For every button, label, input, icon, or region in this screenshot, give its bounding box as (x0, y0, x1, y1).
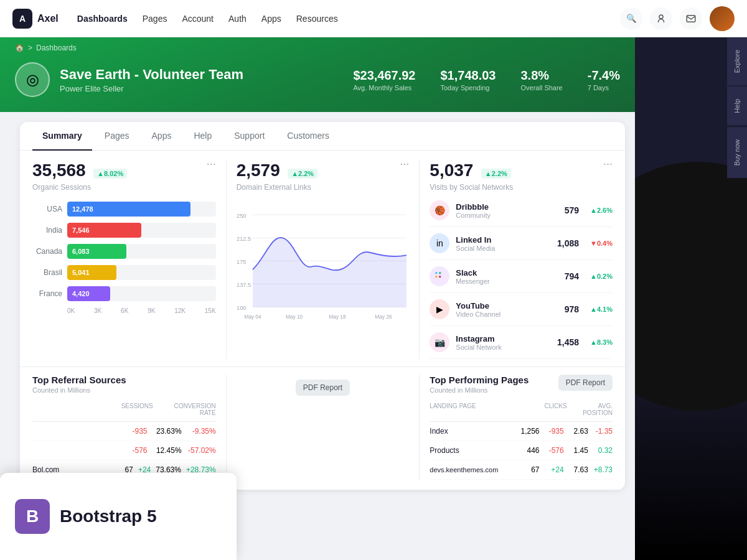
explore-btn[interactable]: Explore (727, 37, 747, 85)
hero-stats: $23,467.92 Avg. Monthly Sales $1,748.03 … (353, 68, 620, 91)
organic-sessions-section: 35,568 ▲8.02% Organic Sessions ··· USA (32, 161, 226, 359)
hero-section: 🏠 > Dashboards ◎ Save Earth - Volunteer … (0, 37, 635, 112)
organic-sessions-value: 35,568 (32, 161, 86, 180)
svg-text:May 26: May 26 (375, 314, 392, 320)
social-list: 🏀 Dribbble Community 579 ▲2.6% in (430, 194, 613, 359)
svg-text:May 04: May 04 (244, 314, 261, 320)
breadcrumb-current: Dashboards (36, 44, 77, 52)
top-pages-section: Top Performing Pages Counted in Millions… (419, 375, 613, 480)
tabs: Summary Pages Apps Help Support Customer… (20, 122, 625, 151)
nav-auth[interactable]: Auth (228, 14, 247, 24)
col-conversion: CONVERSION RATE (158, 403, 216, 416)
tab-customers[interactable]: Customers (277, 122, 339, 151)
notifications-button[interactable] (650, 7, 672, 30)
social-more-btn[interactable]: ··· (603, 158, 613, 169)
today-spending-value: $1,748.03 (441, 68, 496, 83)
bar-axis: 0K 3K 6K 9K 12K 15K (32, 307, 216, 314)
nav-resources[interactable]: Resources (296, 14, 338, 24)
pdf-report-btn[interactable]: PDF Report (296, 380, 350, 396)
nav-account[interactable]: Account (182, 14, 214, 24)
bootstrap-overlay: B Bootstrap 5 (0, 473, 237, 560)
breadcrumb: 🏠 > Dashboards (15, 44, 620, 52)
bar-row-india: India 7,546 (32, 223, 216, 238)
organic-sessions-badge: ▲8.02% (93, 169, 127, 179)
svg-text:137.5: 137.5 (237, 282, 251, 288)
social-instagram: 📷 Instagram Social Network 1,458 ▲8.3% (430, 326, 613, 359)
brand[interactable]: A Axel (12, 9, 59, 29)
line-chart-svg: 250 212.5 175 137.5 100 (237, 202, 410, 326)
top-pages-subtitle: Counted in Millions (430, 386, 529, 394)
social-dribbble: 🏀 Dribbble Community 579 ▲2.6% (430, 194, 613, 227)
bar-row-france: France 4,420 (32, 286, 216, 301)
hero-info: Save Earth - Volunteer Team Power Elite … (60, 67, 243, 93)
nav-links: Dashboards Pages Account Auth Apps Resou… (77, 14, 620, 24)
hero-stat-1: $1,748.03 Today Spending (441, 68, 496, 91)
svg-rect-16 (436, 272, 438, 274)
hero-stat-0: $23,467.92 Avg. Monthly Sales (353, 68, 415, 91)
overall-share-label: Overall Share (520, 84, 562, 91)
svg-text:May 10: May 10 (286, 314, 303, 320)
bar-row-brasil: Brasil 5,041 (32, 265, 216, 280)
referral-subtitle: Counted in Millions (32, 386, 126, 394)
tab-pages[interactable]: Pages (95, 122, 139, 151)
bootstrap-title: Bootstrap 5 (60, 506, 157, 526)
hero-logo: ◎ (15, 62, 50, 97)
col-sessions: SESSIONS (115, 403, 153, 416)
tab-summary[interactable]: Summary (32, 122, 92, 151)
hero-stat-3: -7.4% 7 Days (588, 68, 620, 91)
svg-text:100: 100 (237, 305, 246, 311)
tab-apps[interactable]: Apps (142, 122, 182, 151)
nav-apps[interactable]: Apps (261, 14, 281, 24)
page-row-1: Index 1,256 -935 2.63 -1.35 (430, 422, 613, 441)
tab-support[interactable]: Support (224, 122, 275, 151)
help-btn[interactable]: Help (727, 86, 747, 126)
svg-text:May 18: May 18 (329, 314, 346, 320)
top-pages-title: Top Performing Pages (430, 375, 529, 385)
domain-links-label: Domain External Links (237, 183, 318, 192)
organic-more-btn[interactable]: ··· (207, 158, 216, 169)
nav-pages[interactable]: Pages (143, 14, 167, 24)
svg-text:212.5: 212.5 (237, 236, 251, 242)
line-chart: 250 212.5 175 137.5 100 (237, 202, 410, 329)
col-position: AVG. POSITION (567, 403, 613, 416)
social-visits-value: 5,037 (430, 161, 473, 180)
svg-text:175: 175 (237, 259, 246, 265)
col-landing: LANDING PAGE (430, 403, 521, 416)
social-visits-badge: ▲2.2% (481, 169, 511, 179)
seven-days-value: -7.4% (588, 68, 620, 83)
pdf-report-section: PDF Report (226, 375, 420, 480)
right-panel: Explore Help Buy now (635, 37, 747, 560)
organic-sessions-label: Organic Sessions (32, 183, 127, 192)
hero-left: ◎ Save Earth - Volunteer Team Power Elit… (15, 62, 243, 97)
buy-now-btn[interactable]: Buy now (727, 127, 747, 178)
navbar: A Axel Dashboards Pages Account Auth App… (0, 0, 747, 37)
messages-button[interactable] (680, 7, 702, 30)
svg-rect-19 (439, 276, 441, 278)
home-icon[interactable]: 🏠 (15, 44, 24, 52)
user-avatar[interactable] (710, 6, 735, 31)
referral-row-1: -935 23.63% -9.35% (32, 422, 216, 441)
overall-share-value: 3.8% (520, 68, 562, 83)
domain-links-badge: ▲2.2% (288, 169, 317, 179)
col-clicks: CLICKS (521, 403, 566, 416)
monthly-sales-label: Avg. Monthly Sales (353, 84, 415, 91)
search-button[interactable]: 🔍 (620, 7, 642, 30)
today-spending-label: Today Spending (441, 84, 496, 91)
referral-section: Top Referral Sources Counted in Millions… (32, 375, 226, 480)
brand-icon: A (12, 9, 32, 29)
referral-title: Top Referral Sources (32, 375, 126, 385)
domain-more-btn[interactable]: ··· (400, 158, 409, 169)
top-pages-pdf-btn[interactable]: PDF Report (558, 375, 613, 391)
tab-help[interactable]: Help (184, 122, 222, 151)
svg-point-0 (659, 15, 663, 19)
brand-name: Axel (37, 13, 59, 24)
svg-rect-17 (439, 272, 441, 274)
hero-stat-2: 3.8% Overall Share (520, 68, 562, 91)
bar-row-usa: USA 12,478 (32, 202, 216, 217)
referral-row-2: -576 12.45% -57.02% (32, 441, 216, 460)
dashboard-card: Summary Pages Apps Help Support Customer… (20, 122, 625, 490)
bootstrap-icon: B (15, 499, 50, 534)
nav-dashboards[interactable]: Dashboards (77, 14, 128, 24)
svg-text:250: 250 (237, 213, 246, 219)
social-linkedin: in Linked In Social Media 1,088 ▼0.4% (430, 227, 613, 260)
